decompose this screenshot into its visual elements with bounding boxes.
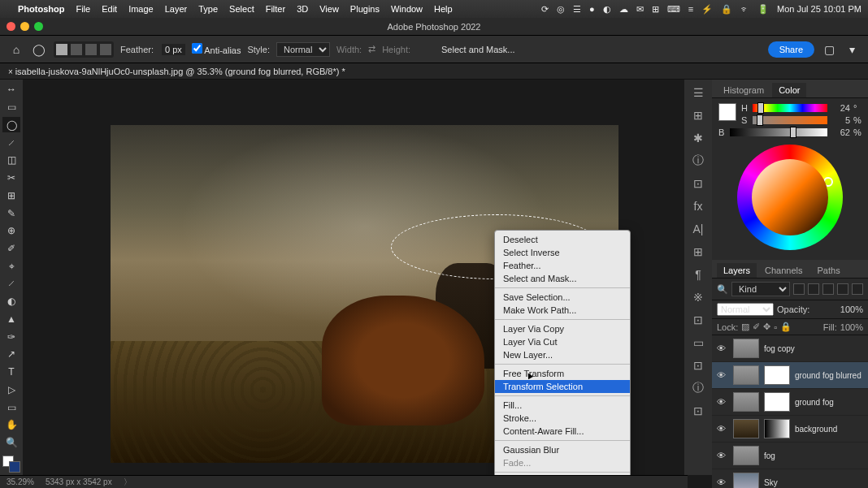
status-icon[interactable]: ◐ xyxy=(603,4,611,15)
workspace-icon[interactable]: ▾ xyxy=(844,41,860,58)
share-button[interactable]: Share xyxy=(768,41,814,58)
tool-preset-icon[interactable]: ◯ xyxy=(31,41,47,58)
layer-row[interactable]: 👁ground fog blurred xyxy=(712,362,868,389)
menu-3d[interactable]: 3D xyxy=(297,4,308,14)
doc-dimensions[interactable]: 5343 px x 3542 px xyxy=(46,477,112,486)
layer-row[interactable]: 👁ground fog xyxy=(712,389,868,416)
visibility-toggle-icon[interactable]: 👁 xyxy=(717,370,728,380)
antialias-checkbox[interactable]: Anti-alias xyxy=(192,43,241,55)
menu-filter[interactable]: Filter xyxy=(266,4,285,14)
dock-panel-icon[interactable]: ⓘ xyxy=(689,153,707,169)
tool-button[interactable]: ▭ xyxy=(2,399,20,415)
layer-mask-thumb[interactable] xyxy=(764,419,790,438)
status-icon[interactable]: ✉ xyxy=(636,4,644,15)
tool-button[interactable]: ✋ xyxy=(2,417,20,433)
tool-button[interactable]: ⌖ xyxy=(2,258,20,274)
status-icon[interactable]: ◎ xyxy=(557,4,565,15)
dock-panel-icon[interactable]: fx xyxy=(689,198,707,214)
layer-thumb[interactable] xyxy=(733,392,759,412)
lock-position-icon[interactable]: ✥ xyxy=(763,322,770,332)
tool-button[interactable]: ◐ xyxy=(2,294,20,309)
lock-transparency-icon[interactable]: ▨ xyxy=(741,322,749,332)
hue-slider[interactable] xyxy=(753,104,827,112)
context-menu-item[interactable]: Stroke... xyxy=(495,412,630,425)
dock-panel-icon[interactable]: ☰ xyxy=(689,84,707,101)
layer-thumb[interactable] xyxy=(733,339,759,358)
sat-slider[interactable] xyxy=(753,116,827,124)
layer-thumb[interactable] xyxy=(733,419,759,438)
layer-row[interactable]: 👁fog xyxy=(712,443,868,469)
visibility-toggle-icon[interactable]: 👁 xyxy=(717,424,728,434)
layer-thumb[interactable] xyxy=(733,365,759,385)
sat-value[interactable]: 5 xyxy=(831,115,850,125)
context-menu-item[interactable]: Content-Aware Fill... xyxy=(495,425,630,438)
dock-panel-icon[interactable]: ⊡ xyxy=(689,403,707,419)
context-menu-item[interactable]: New Layer... xyxy=(495,348,630,361)
foreground-swatch[interactable] xyxy=(718,103,736,121)
visibility-toggle-icon[interactable]: 👁 xyxy=(717,451,728,460)
status-icon[interactable]: ≡ xyxy=(688,4,693,14)
dock-panel-icon[interactable]: ✱ xyxy=(689,130,707,146)
clock[interactable]: Mon Jul 25 10:01 PM xyxy=(777,4,861,14)
tab-color[interactable]: Color xyxy=(772,83,806,97)
tool-button[interactable]: ⊞ xyxy=(2,188,20,203)
fill-value[interactable]: 100% xyxy=(840,322,863,332)
zoom-level[interactable]: 35.29% xyxy=(7,477,34,486)
layer-mask-thumb[interactable] xyxy=(764,392,790,412)
filter-shape-icon[interactable] xyxy=(837,283,848,295)
tool-button[interactable]: ◯ xyxy=(2,117,20,132)
feather-input[interactable]: 0 px xyxy=(162,44,185,55)
tool-button[interactable]: ▷ xyxy=(2,382,20,397)
color-swatches[interactable] xyxy=(2,456,20,473)
dock-panel-icon[interactable]: ⊞ xyxy=(689,244,707,260)
hue-ring-indicator[interactable] xyxy=(823,177,833,187)
dock-panel-icon[interactable]: ⊡ xyxy=(689,312,707,328)
layer-thumb[interactable] xyxy=(733,473,759,488)
layer-row[interactable]: 👁background xyxy=(712,416,868,443)
dock-panel-icon[interactable]: ⊡ xyxy=(689,357,707,374)
layer-row[interactable]: 👁fog copy xyxy=(712,335,868,362)
home-icon[interactable]: ⌂ xyxy=(8,41,24,58)
visibility-toggle-icon[interactable]: 👁 xyxy=(717,343,728,353)
layer-row[interactable]: 👁Sky xyxy=(712,469,868,488)
tab-layers[interactable]: Layers xyxy=(717,263,757,278)
tool-button[interactable]: ✎ xyxy=(2,205,20,221)
status-icon[interactable]: ⊞ xyxy=(652,4,659,15)
hue-value[interactable]: 24 xyxy=(831,103,850,113)
close-window-button[interactable] xyxy=(7,22,15,31)
style-select[interactable]: Normal xyxy=(276,42,330,57)
filter-type-icon[interactable] xyxy=(822,283,834,295)
menu-type[interactable]: Type xyxy=(198,4,218,14)
filter-pixel-icon[interactable] xyxy=(793,283,805,295)
status-chevron-icon[interactable]: 〉 xyxy=(124,477,132,488)
menu-plugins[interactable]: Plugins xyxy=(350,4,380,14)
dock-panel-icon[interactable]: A| xyxy=(689,221,707,237)
battery-icon[interactable]: ⚡ xyxy=(701,4,713,15)
layer-name[interactable]: ground fog xyxy=(795,398,834,407)
status-icon[interactable]: ⌨ xyxy=(667,4,680,15)
tool-button[interactable]: ⟋ xyxy=(2,135,20,150)
tab-channels[interactable]: Channels xyxy=(758,263,809,278)
tool-button[interactable]: ✐ xyxy=(2,241,20,257)
menu-edit[interactable]: Edit xyxy=(102,4,117,14)
visibility-toggle-icon[interactable]: 👁 xyxy=(717,477,728,487)
context-menu-item[interactable]: Save Selection... xyxy=(495,291,630,304)
visibility-toggle-icon[interactable]: 👁 xyxy=(717,397,728,407)
context-menu-item[interactable]: Free Transform xyxy=(495,367,630,380)
context-menu-item[interactable]: Transform Selection xyxy=(495,380,630,393)
dock-panel-icon[interactable]: ※ xyxy=(689,289,707,305)
minimize-window-button[interactable] xyxy=(20,22,29,31)
menu-window[interactable]: Window xyxy=(391,4,423,14)
tool-button[interactable]: ✑ xyxy=(2,329,20,344)
color-picker-dot[interactable] xyxy=(776,192,783,198)
layer-thumb[interactable] xyxy=(733,446,759,465)
status-icon[interactable]: ☁ xyxy=(619,4,628,15)
search-icon[interactable]: ▢ xyxy=(821,41,837,58)
layer-name[interactable]: fog copy xyxy=(764,344,795,353)
tool-button[interactable]: ✂ xyxy=(2,171,20,186)
status-icon[interactable]: ● xyxy=(589,4,595,14)
kind-filter[interactable]: Kind xyxy=(731,282,790,296)
layer-name[interactable]: background xyxy=(795,425,837,434)
context-menu-item[interactable]: Select Inverse xyxy=(495,246,630,259)
tool-button[interactable]: T xyxy=(2,365,20,380)
